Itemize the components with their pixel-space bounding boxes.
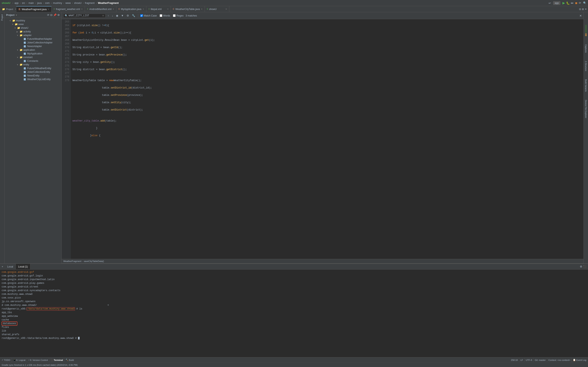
path-weatherfragment[interactable]: WeatherFragment bbox=[63, 260, 81, 262]
tab-close-litepal[interactable]: ✕ bbox=[167, 8, 169, 10]
search-options-button[interactable]: ⚙ bbox=[126, 14, 130, 17]
tree-item-adapter[interactable]: ▼ 📁 adapter bbox=[4, 33, 61, 37]
tab-java-icon-2: C bbox=[118, 8, 120, 10]
breadcrumb-com[interactable]: com bbox=[45, 2, 50, 4]
search-close-button[interactable]: ✕ bbox=[579, 14, 582, 17]
tab-close-weatherfragment[interactable]: ✕ bbox=[48, 8, 49, 10]
path-method[interactable]: saveCityTableData() bbox=[84, 260, 104, 262]
tree-item-constants[interactable]: C Constants bbox=[4, 59, 61, 63]
status-vc-label[interactable]: 9: Version Control bbox=[30, 359, 48, 361]
bottom-add-tab-button[interactable]: + bbox=[0, 264, 5, 269]
tree-item-newsadapter[interactable]: C NewsAdapter bbox=[4, 44, 61, 48]
tab-fragment-xml[interactable]: X fragment_weather.xml ✕ bbox=[52, 6, 85, 12]
toolbar-debug[interactable]: 🐛 bbox=[566, 1, 570, 5]
status-todo-label[interactable]: TODO bbox=[4, 359, 10, 361]
tab-litepal[interactable]: X litepal.xml ✕ bbox=[146, 6, 171, 12]
search-tools-button[interactable]: 🔧 bbox=[131, 14, 136, 17]
search-clear-button[interactable]: ✕ bbox=[102, 14, 104, 17]
tree-item-jokercoll[interactable]: C JokerCollectionAdapter bbox=[4, 41, 61, 44]
breadcrumb-www[interactable]: www bbox=[65, 2, 71, 4]
tab-androidmanifest[interactable]: X AndroidManifest.xml ✕ bbox=[85, 6, 116, 12]
status-terminal-label[interactable]: Terminal bbox=[54, 359, 63, 361]
project-tab-label: Project bbox=[6, 8, 13, 10]
tab-close-androidmanifest[interactable]: ✕ bbox=[112, 8, 114, 10]
tree-item-futureswea[interactable]: C FutureSWeatherEntity bbox=[4, 67, 61, 70]
tab-close-myapplication[interactable]: ✕ bbox=[143, 8, 144, 10]
breadcrumb-mushiny[interactable]: mushiny bbox=[53, 2, 62, 4]
toolbar-stop[interactable]: ⏹ bbox=[575, 1, 578, 5]
vtab-captures[interactable]: Captures bbox=[585, 44, 587, 53]
words-checkbox[interactable] bbox=[160, 14, 162, 17]
code-view[interactable]: 263 264 265 266 267 268 269 270 271 272 … bbox=[62, 19, 584, 259]
status-logcat-label[interactable]: 6: Logcat bbox=[16, 359, 26, 361]
search-prev-button[interactable]: ↑ bbox=[107, 14, 110, 17]
vtab-device-file-explorer[interactable]: Device File Explorer bbox=[585, 100, 587, 118]
regex-option[interactable]: Regex bbox=[173, 14, 183, 17]
search-input[interactable] bbox=[69, 14, 101, 17]
tree-item-newsentity[interactable]: C NewsEntity bbox=[4, 74, 61, 77]
tab-weathercitytable[interactable]: C WeatherCityTable.java ✕ bbox=[171, 6, 205, 12]
gear-icon[interactable]: ⚙ bbox=[57, 13, 60, 17]
vtab-build-variants[interactable]: Build Variants bbox=[585, 79, 587, 92]
toolbar-search[interactable]: 🔍 bbox=[583, 1, 586, 4]
match-case-checkbox[interactable] bbox=[140, 14, 143, 17]
split-horizontal-icon[interactable]: ⊟ bbox=[579, 8, 581, 11]
tree-item-activity[interactable]: ▶ 📁 activity bbox=[4, 30, 61, 33]
tab-close-weathercitytable[interactable]: ✕ bbox=[201, 8, 203, 10]
breadcrumb-fragment[interactable]: fragment bbox=[85, 2, 95, 4]
bottom-tab-local[interactable]: Local bbox=[5, 264, 16, 269]
tree-item-jokercollentity[interactable]: C JokerCollectionEntity bbox=[4, 70, 61, 74]
breadcrumb-main[interactable]: main bbox=[29, 2, 34, 4]
tree-item-www[interactable]: ▼ 📁 www bbox=[4, 22, 61, 26]
toolbar-app-dropdown[interactable]: app bbox=[553, 1, 561, 5]
vtab-project[interactable]: Project bbox=[0, 13, 4, 22]
tree-item-weathercitylistentity[interactable]: C WeatherCityListEntity bbox=[4, 77, 61, 81]
class-icon-myapp: C bbox=[24, 53, 26, 55]
collapse-all-icon[interactable]: ⊟ bbox=[50, 13, 52, 17]
tab-project-tree[interactable]: 📁 Project ▼ bbox=[0, 6, 16, 12]
tree-item-entity[interactable]: ▼ 📁 entity bbox=[4, 63, 61, 67]
tree-item-myapplication[interactable]: C MyApplication bbox=[4, 52, 61, 55]
status-build-label[interactable]: Build bbox=[69, 359, 74, 361]
breadcrumb-src[interactable]: src bbox=[22, 2, 25, 4]
regex-checkbox[interactable] bbox=[173, 14, 176, 17]
breadcrumb-showu[interactable]: showU bbox=[74, 2, 82, 4]
tree-item-constant[interactable]: ▼ 📁 constant bbox=[4, 55, 61, 59]
search-next-button[interactable]: ↓ bbox=[111, 14, 114, 17]
tree-item-application[interactable]: ▼ 📁 application bbox=[4, 48, 61, 52]
match-case-option[interactable]: Match Case bbox=[140, 14, 157, 17]
terminal-line-8: com.svox.pico bbox=[2, 296, 586, 300]
search-highlight-button[interactable]: ◉ bbox=[115, 14, 119, 17]
sync-icon[interactable]: ⟳ bbox=[47, 13, 49, 17]
pin-icon[interactable]: 📌 bbox=[53, 13, 57, 17]
bottom-tab-local1[interactable]: Local (1) bbox=[16, 264, 30, 269]
words-option[interactable]: Words bbox=[160, 14, 170, 17]
toolbar-back[interactable]: ↩ bbox=[549, 1, 551, 5]
split-vertical-icon[interactable]: ⊞ bbox=[582, 8, 584, 11]
toolbar-attach[interactable]: ⏭ bbox=[571, 1, 573, 4]
close-all-icon[interactable]: ✕ bbox=[585, 8, 587, 11]
line-numbers: 263 264 265 266 267 268 269 270 271 272 … bbox=[62, 19, 71, 259]
tab-close-showu[interactable]: ✕ bbox=[225, 8, 227, 10]
toolbar-sync[interactable]: ⟳ bbox=[579, 1, 581, 4]
terminal-settings-icon[interactable]: ⚙ bbox=[580, 265, 582, 268]
vtab-z-structure[interactable]: Z-Structure bbox=[585, 61, 587, 71]
toolbar-run[interactable]: ▶ bbox=[562, 1, 565, 5]
breadcrumb-app[interactable]: app bbox=[15, 2, 18, 4]
event-log-label[interactable]: Event Log bbox=[576, 359, 586, 361]
breadcrumb-java[interactable]: java bbox=[37, 2, 42, 4]
code-content[interactable]: if (cityList.size() != 0){ for (int i = … bbox=[71, 19, 584, 259]
tab-showu[interactable]: S showU ✕ bbox=[205, 6, 229, 12]
bottom-tabs: + Local Local (1) ⚙ ⬛ bbox=[0, 264, 588, 269]
tab-weatherfragment-java[interactable]: C WeatherFragment.java ✕ bbox=[16, 6, 52, 12]
breadcrumb-weatherfragment[interactable]: WeatherFragment bbox=[98, 2, 119, 4]
search-filter-button[interactable]: ▼ bbox=[120, 14, 125, 17]
tab-close-fragment-xml[interactable]: ✕ bbox=[81, 8, 83, 10]
tree-item-futurewea[interactable]: C FutureWeatherAdapter bbox=[4, 37, 61, 41]
tab-myapplication[interactable]: C MyApplication.java ✕ bbox=[116, 6, 146, 12]
status-git-branch[interactable]: Git: master bbox=[535, 359, 546, 361]
tree-item-mushiny[interactable]: ▼ 📁 mushiny bbox=[4, 19, 61, 22]
terminal-content[interactable]: com.google.android.gsf com.google.androi… bbox=[0, 269, 588, 357]
tree-item-showu[interactable]: ▼ 📁 showU bbox=[4, 26, 61, 30]
terminal-maximize-icon[interactable]: ⬛ bbox=[583, 265, 586, 268]
